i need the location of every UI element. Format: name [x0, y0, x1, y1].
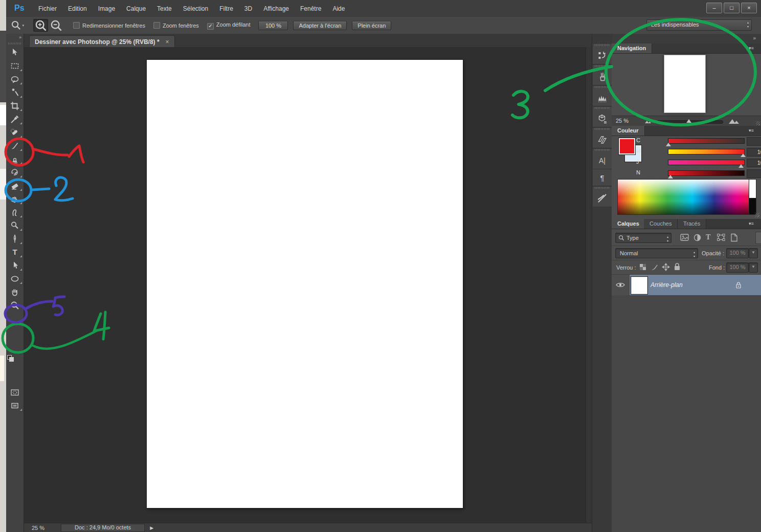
resize-windows-checkbox[interactable]: Redimensionner fenêtres: [73, 22, 145, 29]
fill-value[interactable]: 100 %: [726, 262, 749, 273]
dodge-tool[interactable]: [6, 219, 24, 232]
noir-value[interactable]: 1: [747, 169, 761, 178]
black-swatch[interactable]: [749, 198, 756, 214]
panel-icon-caractere[interactable]: A|: [593, 149, 612, 169]
eraser-tool[interactable]: [6, 179, 24, 192]
clone-stamp-tool[interactable]: [6, 152, 24, 166]
close-button[interactable]: ×: [741, 3, 757, 13]
zoom-in-button[interactable]: [33, 19, 48, 32]
magenta-slider-track[interactable]: [668, 149, 745, 154]
navigation-thumbnail[interactable]: [664, 55, 706, 113]
opacity-dropdown-arrow[interactable]: ▼: [749, 248, 758, 258]
filter-shape-icon[interactable]: [717, 234, 725, 241]
default-colors-icon[interactable]: [7, 355, 15, 361]
expand-panels-icon[interactable]: »: [753, 35, 756, 41]
filter-type-select[interactable]: Type ▴▾: [615, 233, 672, 243]
zoom-100-button[interactable]: 100 %: [258, 21, 288, 30]
panel-icon-proprietes-3d[interactable]: [593, 107, 612, 127]
brush-tool[interactable]: [6, 139, 24, 152]
lock-all-icon[interactable]: [674, 262, 681, 271]
navigation-zoom-thumb[interactable]: [686, 119, 691, 123]
type-tool[interactable]: T: [6, 246, 24, 259]
panel-icon-historique[interactable]: [593, 44, 612, 64]
checkbox-check[interactable]: ✓: [207, 23, 214, 30]
magenta-value[interactable]: 100: [747, 148, 761, 157]
zoom-in-mountains-icon[interactable]: [728, 118, 740, 124]
menu-filtre[interactable]: Filtre: [214, 5, 239, 12]
document-canvas[interactable]: [147, 60, 463, 508]
menu-calque[interactable]: Calque: [121, 5, 151, 12]
panel-menu-icon[interactable]: ▾≡: [749, 128, 758, 133]
doc-size-info[interactable]: Doc : 24,9 Mo/0 octets ▶: [61, 524, 145, 532]
fit-screen-button[interactable]: Adapter à l'écran: [293, 21, 347, 30]
panel-resize-grip[interactable]: [755, 213, 759, 217]
filter-smart-object-icon[interactable]: [730, 233, 738, 242]
hand-tool[interactable]: [6, 285, 24, 299]
tab-navigation[interactable]: Navigation: [612, 43, 652, 53]
quick-mask-button[interactable]: [6, 386, 24, 399]
full-screen-button[interactable]: Plein écran: [352, 21, 391, 30]
checkbox-box[interactable]: [153, 22, 160, 29]
layer-visibility-toggle[interactable]: [612, 275, 630, 295]
cyan-slider-track[interactable]: [668, 138, 745, 144]
toolbar-grip[interactable]: [8, 42, 21, 45]
filter-type-layers-icon[interactable]: T: [706, 233, 710, 241]
zoom-tool[interactable]: [6, 299, 24, 312]
tab-couches[interactable]: Couches: [644, 219, 678, 229]
opacity-value[interactable]: 100 %: [726, 248, 749, 258]
workspace-select[interactable]: Les indispensables ▴▾: [646, 19, 752, 31]
blend-mode-select[interactable]: Normal ▴▾: [615, 248, 698, 258]
panel-menu-icon[interactable]: ▾≡: [749, 46, 758, 51]
screen-mode-button[interactable]: [6, 399, 24, 412]
lock-transparency-icon[interactable]: [639, 263, 646, 271]
checkbox-box[interactable]: [73, 22, 80, 29]
tab-couleur[interactable]: Couleur: [612, 126, 645, 136]
panel-menu-icon[interactable]: ▾≡: [749, 221, 758, 226]
document-tab[interactable]: Dessiner avec Photoshop @ 25% (RVB/8) * …: [29, 35, 175, 48]
crop-tool[interactable]: [6, 99, 24, 113]
menu-aide[interactable]: Aide: [327, 5, 350, 12]
menu-texte[interactable]: Texte: [151, 5, 177, 12]
lasso-tool[interactable]: [6, 73, 24, 86]
panel-icon-formes[interactable]: [593, 65, 612, 85]
path-selection-tool[interactable]: [6, 259, 24, 272]
menu-fenetre[interactable]: Fenêtre: [295, 5, 327, 12]
panel-resize-grip[interactable]: [756, 121, 760, 125]
menu-affichage[interactable]: Affichage: [258, 5, 295, 12]
foreground-color-swatch[interactable]: [619, 138, 635, 154]
filter-adjustment-icon[interactable]: [693, 234, 701, 241]
zoom-out-mountains-icon[interactable]: [644, 119, 652, 124]
layer-thumbnail[interactable]: [631, 277, 647, 294]
magenta-slider-thumb[interactable]: [741, 153, 746, 157]
menu-3d[interactable]: 3D: [239, 5, 258, 12]
toolbar-collapse-icon[interactable]: »: [6, 34, 24, 42]
paint-bucket-tool[interactable]: [6, 192, 24, 206]
zoom-tool-preset[interactable]: ▾: [10, 19, 24, 31]
navigation-zoom-value[interactable]: 25 %: [616, 118, 629, 124]
tab-calques[interactable]: Calques: [612, 219, 645, 229]
color-spectrum-ramp[interactable]: [617, 179, 756, 215]
healing-brush-tool[interactable]: [6, 126, 24, 139]
marquee-tool[interactable]: [6, 59, 24, 73]
jaune-slider-thumb[interactable]: [738, 164, 744, 168]
jaune-slider-track[interactable]: [668, 160, 745, 165]
cyan-slider-thumb[interactable]: [666, 143, 671, 146]
eyedropper-tool[interactable]: [6, 113, 24, 126]
move-tool[interactable]: [6, 46, 24, 59]
filter-toggle[interactable]: [755, 232, 761, 244]
shape-tool[interactable]: [6, 272, 24, 285]
filter-pixel-icon[interactable]: [680, 234, 689, 241]
white-swatch[interactable]: [749, 180, 756, 198]
layer-name[interactable]: Arrière-plan: [651, 281, 683, 289]
status-zoom[interactable]: 25 %: [32, 525, 44, 531]
smudge-tool[interactable]: [6, 206, 24, 219]
magic-wand-tool[interactable]: [6, 86, 24, 99]
layer-row-arriere-plan[interactable]: Arrière-plan: [612, 275, 761, 295]
noir-slider-thumb[interactable]: [668, 175, 673, 179]
panel-icon-paragraphe[interactable]: ¶: [593, 169, 612, 186]
zoom-windows-checkbox[interactable]: Zoom fenêtres: [153, 22, 199, 29]
menu-image[interactable]: Image: [93, 5, 121, 12]
panel-icon-source-duplication[interactable]: [593, 128, 612, 148]
lock-position-icon[interactable]: [662, 263, 670, 271]
cyan-value[interactable]: 0: [747, 137, 761, 146]
